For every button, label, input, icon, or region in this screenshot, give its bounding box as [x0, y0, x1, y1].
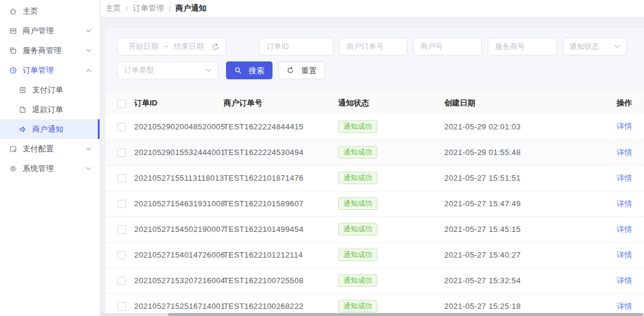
sidebar-item-refund-orders[interactable]: 退款订单	[0, 100, 100, 119]
detail-link[interactable]: 详情	[617, 302, 632, 311]
sidebar-item-system-mgmt[interactable]: 系统管理	[0, 159, 100, 178]
row-checkbox[interactable]	[117, 123, 126, 131]
sidebar-item-pay-config[interactable]: 支付配置	[0, 139, 100, 159]
created-date-cell: 2021-05-29 01:55:48	[444, 140, 596, 165]
mch-order-no-cell: TEST1622101871476	[224, 165, 338, 191]
detail-link[interactable]: 详情	[617, 174, 632, 182]
created-date-cell: 2021-05-29 02:01:03	[444, 114, 596, 140]
mch-order-no-cell: TEST1622224530494	[224, 140, 338, 165]
table-row: 20210527155113118013 TEST1622101871476 通…	[106, 165, 644, 191]
created-date-cell: 2021-05-27 15:40:27	[444, 242, 596, 268]
horizontal-scrollbar[interactable]	[101, 313, 644, 316]
row-checkbox[interactable]	[117, 148, 126, 157]
mch-order-no-cell: TEST1622101212114	[224, 242, 338, 268]
status-badge: 通知成功	[338, 172, 377, 184]
date-start-input[interactable]: 开始日期	[124, 42, 163, 52]
sidebar-item-label: 商户管理	[23, 26, 54, 36]
created-date-cell: 2021-05-27 15:45:15	[444, 216, 596, 242]
chevron-down-icon	[86, 147, 91, 151]
sidebar-item-order-mgmt[interactable]: 订单管理	[0, 60, 100, 80]
reset-button[interactable]: 重置	[278, 61, 325, 79]
detail-link[interactable]: 详情	[617, 199, 632, 208]
breadcrumb-home[interactable]: 主页	[106, 3, 121, 14]
breadcrumb: 主页 / 订单管理 / 商户通知	[101, 0, 644, 17]
breadcrumb-separator: /	[169, 4, 171, 13]
chevron-down-icon	[86, 167, 91, 171]
table-header-row: 订单ID 商户订单号 通知状态 创建日期 操作	[106, 92, 644, 114]
refresh-icon[interactable]	[212, 43, 219, 51]
sidebar-item-label: 订单管理	[23, 65, 54, 76]
order-id-cell: 20210529020048520005	[134, 114, 224, 140]
copy-icon	[9, 47, 17, 55]
breadcrumb-order-mgmt[interactable]: 订单管理	[133, 3, 164, 14]
column-header-mch-order-no: 商户订单号	[224, 92, 338, 114]
status-badge: 通知成功	[338, 300, 377, 312]
created-date-cell: 2021-05-27 15:51:51	[444, 165, 596, 191]
column-header-actions: 操作	[596, 92, 644, 114]
pay-config-icon	[9, 145, 17, 153]
created-date-cell: 2021-05-27 15:32:54	[444, 268, 596, 293]
detail-link[interactable]: 详情	[617, 250, 632, 259]
sidebar-item-home[interactable]: 主页	[0, 1, 100, 21]
order-type-value: 订单类型	[124, 66, 154, 76]
clock-icon	[9, 66, 17, 75]
status-badge: 通知成功	[338, 197, 377, 210]
row-checkbox[interactable]	[117, 251, 126, 259]
table-row: 20210529015532444001 TEST1622224530494 通…	[106, 140, 644, 165]
sidebar: 主页 商户管理 服务商管理 订单管理 支付订单	[0, 0, 100, 316]
filter-panel: 开始日期 ~ 结束日期 订单ID 商户订单号 商户号 服务商号 通知状态	[106, 28, 644, 92]
mch-order-no-input[interactable]: 商户订单号	[339, 38, 407, 55]
search-button[interactable]: 搜索	[226, 61, 273, 79]
row-checkbox[interactable]	[117, 302, 126, 311]
chevron-down-icon	[614, 45, 620, 48]
refund-order-icon	[18, 106, 27, 114]
table-row: 20210527154631931008 TEST1622101589607 通…	[106, 191, 644, 216]
detail-link[interactable]: 详情	[617, 225, 632, 234]
isv-no-input[interactable]: 服务商号	[488, 38, 557, 55]
chevron-down-icon	[86, 49, 91, 52]
order-id-cell: 20210527155113118013	[134, 165, 224, 191]
select-all-checkbox[interactable]	[117, 100, 126, 108]
sidebar-item-label: 服务商管理	[23, 45, 61, 56]
date-range-picker[interactable]: 开始日期 ~ 结束日期	[117, 38, 226, 55]
row-checkbox[interactable]	[117, 200, 126, 208]
sidebar-item-label: 支付订单	[32, 85, 63, 95]
order-id-cell: 20210527154631931008	[134, 191, 224, 216]
pay-order-icon	[18, 86, 27, 94]
status-badge: 通知成功	[338, 274, 377, 287]
table-body: 20210529020048520005 TEST1622224844415 通…	[106, 114, 644, 316]
mch-order-no-cell: TEST1622100725508	[224, 268, 338, 293]
sidebar-item-service-provider-mgmt[interactable]: 服务商管理	[0, 41, 100, 60]
content: 开始日期 ~ 结束日期 订单ID 商户订单号 商户号 服务商号 通知状态	[101, 17, 644, 316]
home-icon	[9, 7, 17, 16]
shop-icon	[9, 27, 17, 35]
order-id-input[interactable]: 订单ID	[259, 38, 333, 55]
sidebar-item-label: 系统管理	[23, 163, 54, 174]
table-row: 20210527153207216004 TEST1622100725508 通…	[106, 268, 644, 293]
date-range-separator: ~	[163, 42, 169, 51]
mch-no-input[interactable]: 商户号	[413, 38, 482, 55]
notify-state-select[interactable]: 通知状态	[563, 38, 627, 55]
column-header-notify-state: 通知状态	[338, 92, 444, 114]
orders-table: 订单ID 商户订单号 通知状态 创建日期 操作 2021052902004852…	[106, 92, 644, 316]
detail-link[interactable]: 详情	[617, 122, 632, 131]
sidebar-item-pay-orders[interactable]: 支付订单	[0, 80, 100, 100]
breadcrumb-separator: /	[126, 4, 128, 13]
detail-link[interactable]: 详情	[617, 148, 632, 157]
detail-link[interactable]: 详情	[617, 276, 632, 285]
row-checkbox[interactable]	[117, 225, 126, 234]
horizontal-scrollbar-thumb[interactable]	[168, 313, 643, 316]
order-type-select[interactable]: 订单类型	[117, 61, 218, 79]
sidebar-item-merchant-notify[interactable]: 商户通知	[0, 119, 100, 139]
table-row: 20210529020048520005 TEST1622224844415 通…	[106, 114, 644, 140]
date-end-input[interactable]: 结束日期	[169, 42, 208, 52]
sidebar-item-merchant-mgmt[interactable]: 商户管理	[0, 21, 100, 41]
megaphone-icon	[18, 125, 27, 134]
column-header-order-id: 订单ID	[134, 92, 224, 114]
row-checkbox[interactable]	[117, 174, 126, 182]
row-checkbox[interactable]	[117, 277, 126, 285]
mch-order-no-cell: TEST1622101499454	[224, 216, 338, 242]
chevron-down-icon	[206, 69, 212, 72]
breadcrumb-current: 商户通知	[175, 3, 206, 14]
order-id-cell: 20210527153207216004	[134, 268, 224, 293]
